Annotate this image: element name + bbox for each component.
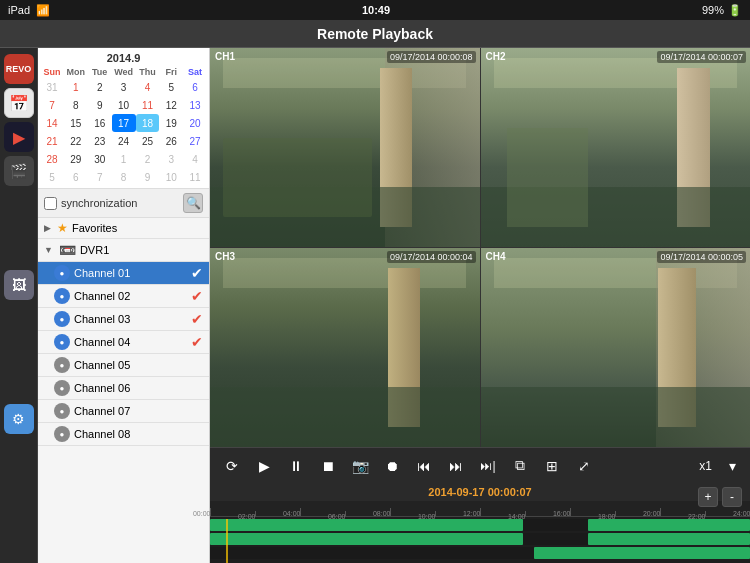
speed-dropdown[interactable]: ▾	[722, 452, 742, 480]
cal-day[interactable]: 9	[88, 96, 112, 114]
cal-day[interactable]: 11	[136, 96, 160, 114]
video-cell-ch1[interactable]: CH1 09/17/2014 00:00:08	[210, 48, 480, 247]
cal-day-selected[interactable]: 18	[136, 114, 160, 132]
copy-button[interactable]: ⧉	[506, 452, 534, 480]
tree-item-favorites[interactable]: ▶ ★ Favorites	[38, 218, 209, 239]
layout-button[interactable]: ⊞	[538, 452, 566, 480]
calendar-grid: Sun Mon Tue Wed Thu Fri Sat 31 1 2 3 4 5	[40, 66, 207, 186]
video-cell-ch4[interactable]: CH4 09/17/2014 00:00:05	[481, 248, 751, 447]
video-cell-ch3[interactable]: CH3 09/17/2014 00:00:04	[210, 248, 480, 447]
cal-day[interactable]: 2	[136, 150, 160, 168]
cal-day[interactable]: 9	[136, 168, 160, 186]
track-segment	[210, 533, 523, 545]
cal-day[interactable]: 4	[136, 78, 160, 96]
cal-day[interactable]: 26	[159, 132, 183, 150]
chevron-right-icon: ▶	[44, 223, 51, 233]
cal-day[interactable]: 6	[64, 168, 88, 186]
cal-day-today[interactable]: 17	[112, 114, 136, 132]
cal-day[interactable]: 11	[183, 168, 207, 186]
pause-button[interactable]: ⏸	[282, 452, 310, 480]
tree-item-channel-01[interactable]: ● Channel 01 ✔	[38, 262, 209, 285]
cal-day[interactable]: 23	[88, 132, 112, 150]
status-bar: iPad 📶 10:49 99% 🔋	[0, 0, 750, 20]
cal-day[interactable]: 19	[159, 114, 183, 132]
cal-day[interactable]: 2	[88, 78, 112, 96]
cal-day[interactable]: 24	[112, 132, 136, 150]
app-icon-revo[interactable]: REVO	[4, 54, 34, 84]
favorites-label: Favorites	[72, 222, 117, 234]
app-icon-clapboard[interactable]: 🎬	[4, 156, 34, 186]
cal-day[interactable]: 1	[64, 78, 88, 96]
cal-day[interactable]: 28	[40, 150, 64, 168]
cal-day[interactable]: 3	[112, 78, 136, 96]
cal-week-1[interactable]: 7 8 9 10 11 12 13	[40, 96, 207, 114]
channel-01-label: Channel 01	[74, 267, 130, 279]
fast-back-button[interactable]: ⏮	[410, 452, 438, 480]
cal-day[interactable]: 10	[112, 96, 136, 114]
video-cell-ch2[interactable]: CH2 09/17/2014 00:00:07	[481, 48, 751, 247]
zoom-out-button[interactable]: -	[722, 487, 742, 507]
app-icon-calendar[interactable]: 📅	[4, 88, 34, 118]
tree-item-channel-08[interactable]: ● Channel 08	[38, 423, 209, 446]
tree-item-channel-06[interactable]: ● Channel 06	[38, 377, 209, 400]
stop-button[interactable]: ⏹	[314, 452, 342, 480]
channel-05-label: Channel 05	[74, 359, 130, 371]
track-segment	[588, 519, 750, 531]
cal-day[interactable]: 13	[183, 96, 207, 114]
cal-week-0[interactable]: 31 1 2 3 4 5 6	[40, 78, 207, 96]
tree-item-dvr1[interactable]: ▼ 📼 DVR1	[38, 239, 209, 262]
app-icon-photos[interactable]: 🖼	[4, 270, 34, 300]
cal-day[interactable]: 25	[136, 132, 160, 150]
timeline-tracks[interactable]	[210, 519, 750, 563]
cal-week-5[interactable]: 5 6 7 8 9 10 11	[40, 168, 207, 186]
cal-day[interactable]: 1	[112, 150, 136, 168]
cal-week-3[interactable]: 21 22 23 24 25 26 27	[40, 132, 207, 150]
cal-day[interactable]: 15	[64, 114, 88, 132]
cal-day[interactable]: 4	[183, 150, 207, 168]
channel-icon: ●	[54, 403, 70, 419]
cal-day[interactable]: 20	[183, 114, 207, 132]
cal-day[interactable]: 31	[40, 78, 64, 96]
cal-day[interactable]: 10	[159, 168, 183, 186]
cal-day[interactable]: 8	[64, 96, 88, 114]
tree-item-channel-02[interactable]: ● Channel 02 ✔	[38, 285, 209, 308]
cal-week-4[interactable]: 28 29 30 1 2 3 4	[40, 150, 207, 168]
app-icon-video[interactable]: ▶	[4, 122, 34, 152]
search-button[interactable]: 🔍	[183, 193, 203, 213]
tree-item-channel-04[interactable]: ● Channel 04 ✔	[38, 331, 209, 354]
skip-end-button[interactable]: ⏭|	[474, 452, 502, 480]
sync-label[interactable]: synchronization	[61, 197, 179, 209]
status-bar-left: iPad 📶	[8, 4, 50, 17]
snapshot-button[interactable]: 📷	[346, 452, 374, 480]
cal-day[interactable]: 16	[88, 114, 112, 132]
cal-day[interactable]: 14	[40, 114, 64, 132]
zoom-in-button[interactable]: +	[698, 487, 718, 507]
cal-day[interactable]: 5	[40, 168, 64, 186]
cal-day[interactable]: 3	[159, 150, 183, 168]
cal-day[interactable]: 7	[40, 96, 64, 114]
sync-checkbox[interactable]	[44, 197, 57, 210]
cal-day[interactable]: 7	[88, 168, 112, 186]
cal-week-2[interactable]: 14 15 16 17 18 19 20	[40, 114, 207, 132]
cal-day[interactable]: 5	[159, 78, 183, 96]
calendar-body[interactable]: 31 1 2 3 4 5 6 7 8 9 10 11 12 13	[40, 78, 207, 186]
cal-day[interactable]: 12	[159, 96, 183, 114]
tree-item-channel-07[interactable]: ● Channel 07	[38, 400, 209, 423]
fullscreen-button[interactable]: ⤢	[570, 452, 598, 480]
cal-day[interactable]: 30	[88, 150, 112, 168]
record-button[interactable]: ⏺	[378, 452, 406, 480]
cal-day[interactable]: 21	[40, 132, 64, 150]
play-button[interactable]: ▶	[250, 452, 278, 480]
status-bar-right: 99% 🔋	[702, 4, 742, 17]
cal-day[interactable]: 6	[183, 78, 207, 96]
rewind-button[interactable]: ⟳	[218, 452, 246, 480]
cal-day[interactable]: 29	[64, 150, 88, 168]
app-icon-settings[interactable]: ⚙	[4, 404, 34, 434]
timeline-ruler[interactable]: 00:0002:0004:0006:0008:0010:0012:0014:00…	[210, 501, 750, 517]
fast-forward-button[interactable]: ⏭	[442, 452, 470, 480]
cal-day[interactable]: 8	[112, 168, 136, 186]
cal-day[interactable]: 22	[64, 132, 88, 150]
tree-item-channel-05[interactable]: ● Channel 05	[38, 354, 209, 377]
tree-item-channel-03[interactable]: ● Channel 03 ✔	[38, 308, 209, 331]
cal-day[interactable]: 27	[183, 132, 207, 150]
